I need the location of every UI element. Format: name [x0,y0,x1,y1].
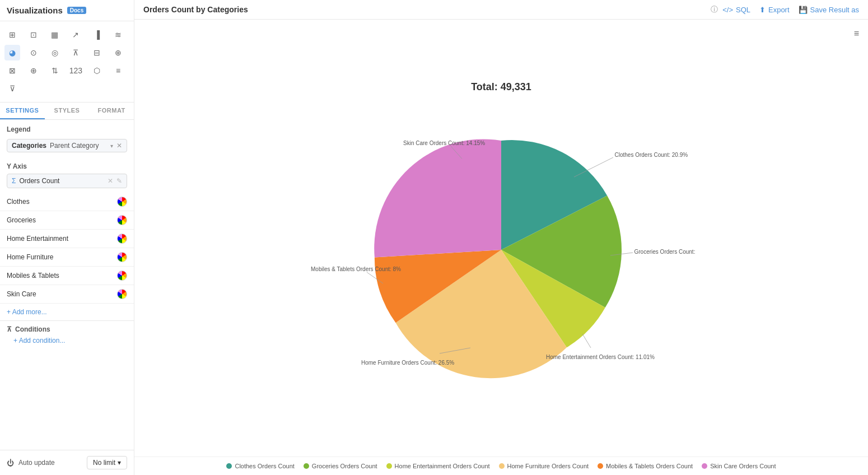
legend-dot-skin-care [702,463,707,469]
sql-button[interactable]: </> SQL [722,6,750,14]
filter-icon[interactable]: ⊼ [68,45,83,60]
save-icon: 💾 [799,6,808,14]
category-list: Clothes Groceries Home Entertainment Hom… [0,193,134,320]
top-bar: Orders Count by Categories ⓘ </> SQL ⬆ E… [134,0,868,20]
bar-icon[interactable]: ▦ [47,27,63,43]
category-item-clothes: Clothes [0,193,134,211]
category-item-home-furniture: Home Furniture [0,248,134,267]
legend-dot-home-entertainment [386,463,392,469]
label-home-furniture: Home Furniture Orders Count: 26.5% [361,360,454,366]
chart-title: Orders Count by Categories [143,5,706,14]
polygon-icon[interactable]: ⬡ [89,63,105,78]
category-name-clothes: Clothes [7,198,113,206]
world-icon[interactable]: ⊕ [26,63,41,78]
tag-close-icon[interactable]: ✕ [116,142,122,150]
export-icon: ⬆ [759,6,766,14]
table-icon[interactable]: ⊞ [4,27,20,43]
no-limit-button[interactable]: No limit ▾ [87,456,127,469]
panel-header: Visualizations Docs [0,0,134,21]
color-picker-clothes[interactable] [117,197,127,207]
legend-label-home-entertainment: Home Entertainment Orders Count [395,463,490,469]
map-icon[interactable]: ⊕ [110,45,126,60]
category-item-mobiles-tablets: Mobiles & Tablets [0,267,134,285]
label-clothes: Clothes Orders Count: 20.9% [615,152,688,158]
color-picker-skin-care[interactable] [117,289,127,299]
heatmap-icon[interactable]: ⊟ [89,45,105,60]
save-result-button[interactable]: 💾 Save Result as [799,6,859,14]
legend-dot-home-furniture [499,463,505,469]
right-panel: Orders Count by Categories ⓘ </> SQL ⬆ E… [134,0,868,475]
sql-label: SQL [736,6,750,14]
category-item-skin-care: Skin Care [0,285,134,304]
heatmap2-icon[interactable]: ⊠ [4,63,20,78]
legend-dot-clothes [226,463,232,469]
legend-label-mobiles-tablets: Mobiles & Tablets Orders Count [606,463,693,469]
yaxis-label: Y Axis [0,157,134,174]
legend-item-skin-care: Skin Care Orders Count [702,463,776,469]
legend-item-clothes: Clothes Orders Count [226,463,294,469]
color-picker-groceries[interactable] [117,215,127,225]
funnel-icon[interactable]: ⊽ [4,81,20,96]
label-groceries: Groceries Orders Count: 19.45% [634,248,698,254]
left-panel: Visualizations Docs ⊞ ⊡ ▦ ↗ ▐ ≋ ◕ ⊙ ◎ ⊼ … [0,0,134,475]
legend-label-home-furniture: Home Furniture Orders Count [507,463,589,469]
pie-icon[interactable]: ◕ [4,45,20,60]
slice-skin-care[interactable] [374,139,501,257]
category-item-groceries: Groceries [0,211,134,230]
category-name-groceries: Groceries [7,216,113,224]
category-item-home-entertainment: Home Entertainment [0,230,134,248]
bubble-icon[interactable]: ◎ [47,45,63,60]
panel-bottom: ⏻ Auto update No limit ▾ [0,450,134,475]
tab-format[interactable]: FORMAT [89,103,134,119]
visualization-icon-grid: ⊞ ⊡ ▦ ↗ ▐ ≋ ◕ ⊙ ◎ ⊼ ⊟ ⊕ ⊠ ⊕ ⇅ 123 ⬡ ≡ ⊽ [0,21,134,103]
info-icon[interactable]: ⓘ [711,4,718,15]
legend-field-tag[interactable]: Categories Parent Category ▾ ✕ [7,139,127,152]
metric-close-icon[interactable]: ✕ [108,177,113,185]
detail-icon[interactable]: ≡ [110,63,126,78]
metric-edit-icon[interactable]: ✎ [116,177,122,185]
no-limit-chevron-icon: ▾ [118,459,121,467]
legend-label-skin-care: Skin Care Orders Count [710,463,776,469]
label-skin-care: Skin Care Orders Count: 14.15% [403,139,485,146]
legend-label-clothes: Clothes Orders Count [235,463,294,469]
conditions-section: ⊼ Conditions + Add condition... [0,320,134,352]
tag-arrow-icon: ▾ [110,143,113,149]
color-picker-home-furniture[interactable] [117,252,127,262]
legend-item-mobiles-tablets: Mobiles & Tablets Orders Count [598,463,693,469]
category-name-skin-care: Skin Care [7,290,113,298]
category-name-mobiles-tablets: Mobiles & Tablets [7,272,113,280]
add-more-button[interactable]: + Add more... [0,304,134,320]
add-condition-button[interactable]: + Add condition... [7,333,127,348]
color-picker-mobiles-tablets[interactable] [117,271,127,281]
chart-hamburger-icon[interactable]: ≡ [854,29,859,39]
line-icon[interactable]: ↗ [68,27,83,43]
sort-icon[interactable]: ⇅ [47,63,63,78]
metric-row[interactable]: Σ Orders Count ✕ ✎ [7,174,127,188]
conditions-label: Conditions [15,325,50,333]
no-limit-label: No limit [93,459,115,467]
metric-name: Orders Count [19,177,104,185]
pivot-icon[interactable]: ⊡ [26,27,41,43]
color-picker-home-entertainment[interactable] [117,234,127,244]
legend-item-home-entertainment: Home Entertainment Orders Count [386,463,490,469]
legend-item-home-furniture: Home Furniture Orders Count [499,463,589,469]
legend-label-groceries: Groceries Orders Count [312,463,377,469]
column-icon[interactable]: ▐ [89,27,105,43]
tab-settings[interactable]: SETTINGS [0,103,45,119]
sigma-icon: Σ [12,177,16,185]
export-button[interactable]: ⬆ Export [759,6,790,14]
category-name-home-furniture: Home Furniture [7,253,113,261]
pie-chart-svg: Clothes Orders Count: 20.9% Groceries Or… [305,99,697,401]
area-icon[interactable]: ≋ [110,27,126,43]
sql-icon: </> [722,6,733,14]
auto-update-icon: ⏻ [7,459,14,467]
chart-total: Total: 49,331 [471,81,531,93]
counter-icon[interactable]: 123 [68,63,83,78]
scatter-icon[interactable]: ⊙ [26,45,41,60]
legend-section: Legend Categories Parent Category ▾ ✕ [0,120,134,157]
legend-dot-groceries [304,463,309,469]
tab-styles[interactable]: STYLES [45,103,90,119]
label-home-entertainment: Home Entertainment Orders Count: 11.01% [546,354,655,360]
docs-badge[interactable]: Docs [67,7,86,14]
legend-item-groceries: Groceries Orders Count [304,463,377,469]
